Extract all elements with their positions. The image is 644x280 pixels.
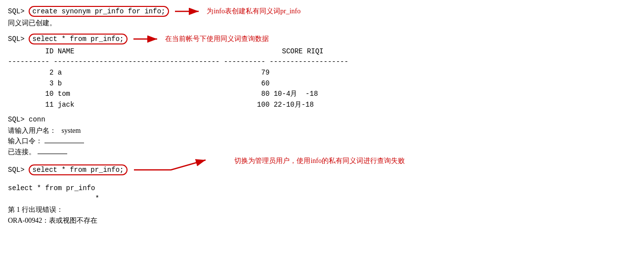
arrow1-icon (173, 6, 203, 16)
prompt-user-line: 请输入用户名： system (8, 125, 636, 136)
cmd4-oval: select * from pr_info; (29, 164, 128, 175)
annotation-2: 在当前帐号下使用同义词查询数据 (165, 35, 269, 43)
table-row-3: 10 tom 80 10-4月 -18 (8, 89, 636, 100)
cmd1-oval: create synonym pr_info for info; (29, 6, 170, 17)
cmd2-oval: select * from pr_info; (29, 34, 128, 44)
table-header: ID NAME SCORE RIQI (8, 46, 636, 57)
err-msg-line1: 第 1 行出现错误： (8, 204, 636, 215)
table-row-4: 11 jack 100 22-10月-18 (8, 100, 636, 111)
table-row-1: 2 a 79 (8, 68, 636, 79)
err-select-line: select * from pr_info (8, 183, 636, 194)
sql-prompt-4: SQL> (8, 166, 25, 174)
annotation-3: 切换为管理员用户，使用info的私有同义词进行查询失败 (234, 157, 405, 165)
cmd3-line: SQL> conn (8, 115, 636, 125)
annotation-1: 为info表创建私有同义词pr_info (207, 7, 301, 16)
sql-prompt-1: SQL> (8, 7, 25, 15)
table-row-2: 3 b 60 (8, 79, 636, 89)
arrow2-icon (131, 34, 161, 44)
connected-line: 已连接。 (8, 147, 636, 158)
err-caret-line: * (8, 194, 636, 204)
prompt-pwd-line: 输入口令： (8, 136, 636, 147)
table-divider: ---------- -----------------------------… (8, 57, 636, 68)
sql-prompt-2: SQL> (8, 35, 25, 43)
err-msg-line2: ORA-00942：表或视图不存在 (8, 215, 636, 226)
synonym-created-text: 同义词已创建。 (8, 19, 56, 27)
arrow3-icon (131, 158, 230, 182)
